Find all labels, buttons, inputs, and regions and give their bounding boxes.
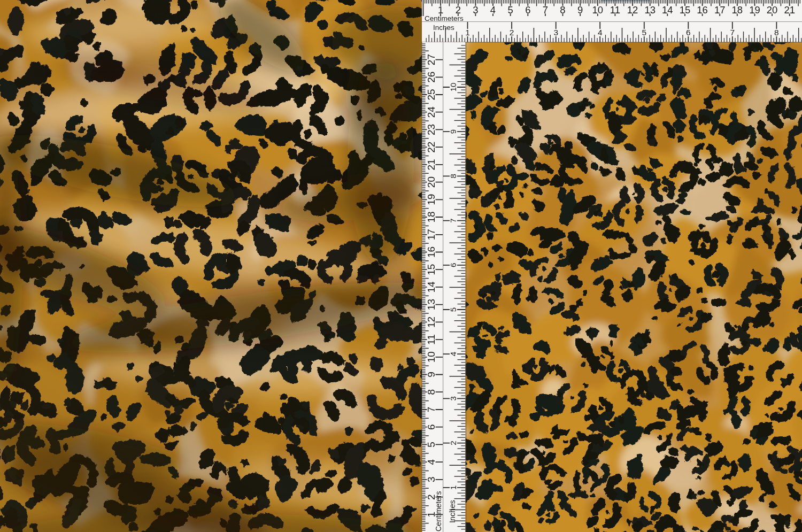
svg-text:26: 26 (426, 72, 437, 83)
svg-text:25: 25 (426, 89, 437, 100)
svg-text:4: 4 (598, 28, 603, 37)
svg-text:3: 3 (553, 28, 558, 37)
svg-text:16: 16 (426, 246, 437, 258)
svg-text:2: 2 (449, 441, 458, 445)
svg-text:21: 21 (426, 159, 437, 170)
svg-text:Centimeters: Centimeters (434, 491, 443, 531)
svg-text:20: 20 (767, 4, 778, 16)
svg-text:12: 12 (426, 317, 437, 328)
svg-text:7: 7 (449, 218, 458, 222)
svg-text:17: 17 (426, 229, 437, 240)
svg-text:27: 27 (426, 54, 437, 65)
svg-text:2: 2 (510, 28, 514, 37)
svg-text:9: 9 (577, 4, 583, 16)
svg-text:4: 4 (449, 352, 458, 356)
svg-text:24: 24 (426, 106, 437, 118)
svg-text:1: 1 (465, 28, 470, 37)
svg-text:7: 7 (426, 407, 437, 413)
svg-text:15: 15 (680, 4, 691, 16)
svg-text:13: 13 (426, 299, 437, 310)
svg-text:10: 10 (592, 4, 604, 16)
svg-text:14: 14 (426, 281, 437, 293)
svg-text:Inches: Inches (448, 500, 457, 523)
svg-text:6: 6 (525, 4, 530, 16)
svg-text:7: 7 (543, 4, 548, 16)
svg-text:4: 4 (426, 459, 437, 465)
svg-text:19: 19 (426, 194, 437, 205)
svg-text:13: 13 (644, 4, 656, 16)
svg-text:8: 8 (426, 389, 437, 395)
svg-text:Inches: Inches (433, 24, 454, 32)
svg-text:7: 7 (730, 28, 735, 37)
svg-text:21: 21 (784, 4, 795, 16)
svg-text:5: 5 (642, 28, 646, 37)
svg-text:6: 6 (449, 263, 458, 267)
svg-text:10: 10 (426, 351, 437, 363)
svg-text:20: 20 (426, 176, 437, 188)
svg-text:18: 18 (426, 211, 437, 222)
svg-text:12: 12 (627, 4, 638, 16)
svg-text:19: 19 (749, 4, 760, 16)
svg-text:16: 16 (697, 4, 708, 16)
svg-text:8: 8 (774, 28, 779, 37)
svg-text:14: 14 (662, 4, 673, 16)
svg-text:4: 4 (490, 4, 496, 16)
svg-text:3: 3 (473, 4, 478, 16)
svg-text:6: 6 (426, 424, 437, 430)
svg-text:9: 9 (449, 129, 458, 134)
svg-text:18: 18 (732, 4, 743, 16)
svg-text:5: 5 (426, 442, 437, 448)
svg-text:17: 17 (714, 4, 726, 16)
svg-text:9: 9 (426, 372, 437, 377)
svg-text:22: 22 (426, 142, 437, 153)
svg-text:5: 5 (449, 307, 458, 312)
svg-text:8: 8 (560, 4, 565, 16)
svg-text:6: 6 (686, 28, 691, 37)
svg-text:15: 15 (426, 264, 437, 275)
svg-text:3: 3 (426, 477, 437, 483)
svg-text:11: 11 (610, 4, 620, 16)
svg-text:10: 10 (449, 83, 458, 92)
svg-text:8: 8 (449, 174, 458, 178)
svg-text:5: 5 (507, 4, 513, 16)
svg-text:23: 23 (426, 124, 437, 135)
svg-text:3: 3 (449, 396, 458, 400)
svg-text:11: 11 (426, 334, 437, 345)
svg-text:Centimeters: Centimeters (425, 14, 464, 22)
svg-text:1: 1 (449, 485, 458, 490)
